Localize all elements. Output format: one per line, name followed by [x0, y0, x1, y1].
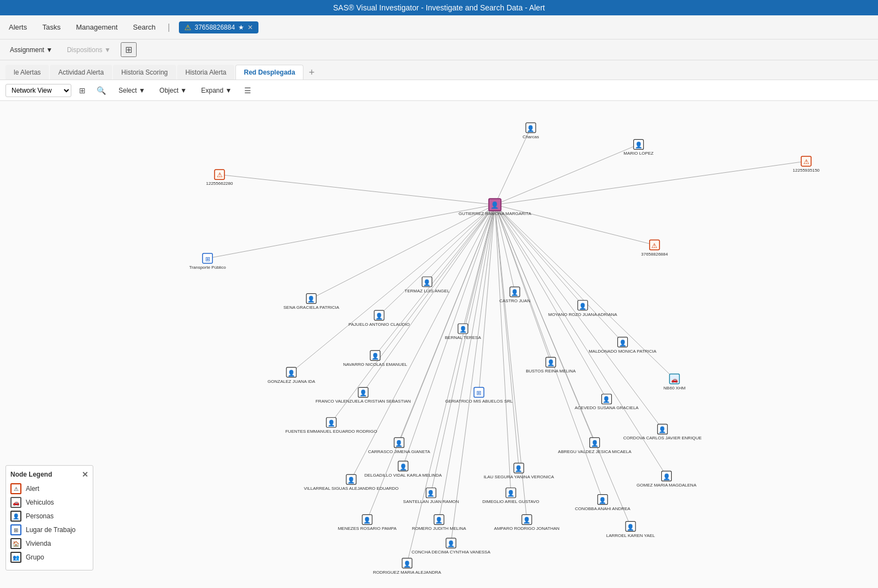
legend-item-alert: ⚠ Alert [10, 483, 88, 494]
node-label: GUTIERREZ RAMONA MARGARITA [459, 211, 532, 216]
tab-historia-alerta[interactable]: Historia Alerta [177, 65, 235, 80]
network-edge [311, 205, 495, 298]
svg-text:👤: 👤 [547, 359, 555, 366]
grid-view-icon[interactable]: ⊞ [121, 42, 137, 57]
network-node[interactable]: 👤MALDONADO MONICA PATRICIA [589, 337, 657, 354]
svg-text:👤: 👤 [395, 439, 403, 447]
network-edge [495, 205, 583, 305]
svg-text:👤: 👤 [507, 489, 515, 497]
legend-home-label: Vivienda [26, 540, 51, 547]
alert-badge[interactable]: ⚠ 37658826884 ★ ✕ [179, 21, 258, 33]
grid-layout-icon[interactable]: ⊞ [76, 84, 89, 97]
node-label: ACEVEDO SUSANA GRACIELA [575, 405, 639, 410]
legend-workplace-label: Lugar de Trabajo [26, 526, 76, 534]
svg-text:👤: 👤 [372, 352, 379, 360]
network-node[interactable]: 👤ABREGU VALDEZ JESICA MICAELA [558, 438, 632, 454]
svg-text:👤: 👤 [328, 419, 335, 427]
legend-home-icon: 🏠 [10, 538, 21, 549]
filter-icon[interactable]: ☰ [241, 84, 255, 97]
menu-tasks[interactable]: Tasks [39, 21, 64, 33]
svg-text:👤: 👤 [435, 516, 443, 524]
network-node[interactable]: ⚠12255662280 [206, 169, 233, 186]
select-button[interactable]: Select ▼ [114, 84, 150, 97]
search-node-icon[interactable]: 🔍 [93, 84, 109, 97]
node-label: RODRIGUEZ MARIA ALEJANDRA [373, 570, 442, 575]
network-node[interactable]: 👤NAVARRO NICOLAS EMANUEL [343, 350, 407, 367]
assignment-button[interactable]: Assignment ▼ [5, 44, 57, 55]
legend-vehicle-label: Vehiculos [26, 499, 54, 506]
network-node[interactable]: 👤GONZALEZ JUANA IDA [268, 368, 316, 384]
node-label: CORDOVA CARLOS JAVIER ENRIQUE [623, 436, 702, 440]
svg-text:👤: 👤 [491, 201, 499, 209]
svg-text:👤: 👤 [399, 463, 407, 471]
tab-le-alertas[interactable]: le Alertas [5, 65, 49, 80]
node-label: Charcas [522, 134, 539, 139]
network-node[interactable]: ⊞GERIATRICO MIS ABUELOS SRL [445, 387, 513, 404]
menu-search[interactable]: Search [130, 21, 159, 33]
network-node[interactable]: 👤ACEVEDO SUSANA GRACIELA [575, 394, 639, 410]
network-node[interactable]: 👤FRANCO VALENZUELA CRISTIAN SEBASTIAN [316, 387, 411, 404]
network-node[interactable]: 👤BUSTOS REINA MELINA [526, 357, 576, 374]
legend-alert-label: Alert [26, 485, 40, 493]
svg-text:👤: 👤 [627, 523, 634, 531]
network-node[interactable]: 👤RODRIGUEZ MARIA ALEJANDRA [373, 558, 442, 575]
node-label: PAJUELO ANTONIO CLAUDIO [348, 322, 410, 327]
network-edge [379, 205, 495, 315]
network-edge [495, 144, 639, 205]
network-node[interactable]: 👤CARRASCO JIMENA GIANETA [368, 438, 431, 454]
network-node[interactable]: 👤CONCHA DECIMA CYNTHIA VANESSA [412, 538, 491, 555]
expand-button[interactable]: Expand ▼ [196, 84, 237, 97]
svg-text:⊞: ⊞ [476, 389, 481, 396]
network-node[interactable]: 👤SENA GRACIELA PATRICIA [284, 293, 340, 310]
node-label: BUSTOS REINA MELINA [526, 369, 576, 374]
network-edge [331, 205, 495, 422]
node-label: GOMEZ MARIA MAGDALENA [637, 483, 697, 488]
alert-star: ★ [238, 24, 244, 31]
network-node[interactable]: 👤AMPARO RODRIGO JONATHAN [494, 514, 559, 531]
legend-close-button[interactable]: ✕ [82, 470, 88, 479]
network-node[interactable]: ⚠12255935150 [793, 156, 820, 173]
network-node[interactable]: 👤SANTELLAN JUAN RAMON [403, 488, 459, 504]
node-label: MALDONADO MONICA PATRICIA [589, 349, 657, 354]
dispositions-button[interactable]: Dispositions ▼ [63, 44, 115, 55]
network-node[interactable]: 👤DELGADILLO VIDAL KARLA MELINDA [364, 461, 442, 478]
add-tab-button[interactable]: + [305, 66, 319, 78]
network-node[interactable]: 👤MARIO LOPEZ [623, 139, 654, 156]
alert-close-icon[interactable]: ✕ [247, 24, 253, 31]
network-node[interactable]: 👤ILAU SEGURA YANINA VERONICA [483, 463, 554, 479]
svg-text:⚠: ⚠ [217, 171, 223, 179]
view-select[interactable]: Network View [5, 84, 71, 97]
network-node[interactable]: 👤MOYANO ROZO JUANA ADRIANA [548, 301, 617, 317]
menu-alerts[interactable]: Alerts [5, 21, 30, 33]
tab-historia-scoring[interactable]: Historia Scoring [113, 65, 176, 80]
node-label: GONZALEZ JUANA IDA [268, 379, 316, 384]
network-svg: ⚠12255662280👤GUTIERREZ RAMONA MARGARITA⚠… [0, 101, 878, 588]
network-node[interactable]: 🚗NB60 XHM [663, 374, 685, 391]
network-node[interactable]: 👤GOMEZ MARIA MAGDALENA [637, 471, 697, 488]
node-label: 12255662280 [206, 181, 233, 186]
object-button[interactable]: Object ▼ [155, 84, 192, 97]
svg-text:👤: 👤 [579, 302, 587, 310]
node-label: NB60 XHM [663, 386, 685, 391]
legend-panel: Node Legend ✕ ⚠ Alert 🚗 Vehiculos 👤 Pers… [5, 465, 93, 570]
network-node[interactable]: 👤CONOBBA ANAHI ANDREA [575, 495, 631, 511]
network-node[interactable]: 👤MENEZES ROSARIO PAMPA [338, 514, 397, 531]
legend-alert-icon: ⚠ [10, 483, 21, 494]
tab-red-desplegada[interactable]: Red Desplegada [235, 65, 303, 80]
network-node[interactable]: 👤DIMEGLIO ARIEL GUSTAVO [482, 488, 539, 504]
network-canvas[interactable]: ⚠12255662280👤GUTIERREZ RAMONA MARGARITA⚠… [0, 101, 878, 588]
network-node[interactable]: 👤ROMERO JUDITH MELINA [412, 514, 466, 531]
svg-text:👤: 👤 [423, 279, 431, 286]
menu-management[interactable]: Management [72, 21, 121, 33]
legend-workplace-icon: ⊞ [10, 524, 21, 535]
legend-item-vehiculos: 🚗 Vehiculos [10, 497, 88, 508]
network-node[interactable]: 👤FUENTES EMMANUEL EDUARDO RODRIGO [285, 417, 377, 434]
legend-person-label: Personas [26, 512, 54, 520]
network-node[interactable]: 👤LARROEL KAREN YAEL [606, 522, 655, 538]
network-node[interactable]: 👤Charcas [522, 123, 539, 139]
node-label: SENA GRACIELA PATRICIA [284, 305, 340, 310]
tab-actividad-alerta[interactable]: Actividad Alerta [50, 65, 112, 80]
node-label: ILAU SEGURA YANINA VERONICA [483, 474, 554, 479]
network-node[interactable]: 👤PAJUELO ANTONIO CLAUDIO [348, 310, 410, 327]
network-node[interactable]: 👤TERMAZ LUIS ANGEL [404, 277, 449, 293]
